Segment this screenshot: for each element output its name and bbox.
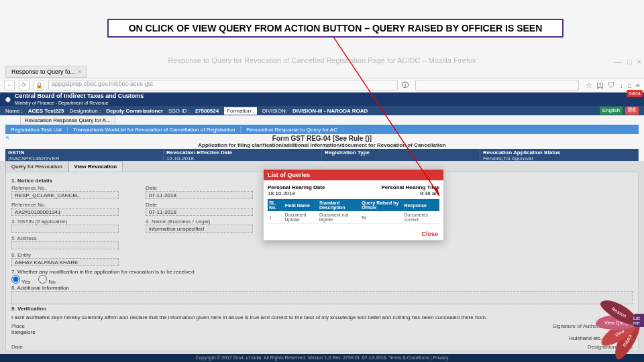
- list-of-queries-modal: List of Queries Personal Hearing Date18-…: [263, 169, 444, 241]
- lang-hindi[interactable]: हिंदी: [625, 107, 639, 115]
- search-input[interactable]: [415, 80, 579, 90]
- home-icon[interactable]: ⌂: [627, 81, 632, 90]
- site-subtitle: Ministry of Finance - Department of Reve…: [15, 101, 108, 105]
- url-bar: ← ⟳ 🔒 appgstprep.cbec.gov.in/cbec-aces-g…: [0, 78, 644, 93]
- cell-query: fix: [360, 211, 402, 224]
- desig-label: Designation :: [69, 108, 101, 114]
- info-strip: GSTIN24ACSPK1462GVER Revocation Effectiv…: [5, 149, 639, 161]
- window-title: Response to Query for Revocation of Canc…: [0, 56, 644, 64]
- phd-label: Personal Hearing Date: [268, 184, 325, 190]
- site-header: ◉ Central Board of Indirect Taxes and Cu…: [0, 93, 644, 106]
- tab-label: Response to Query fo...: [11, 68, 75, 75]
- cell-response: Documents correct: [403, 211, 439, 224]
- col-stddesc: Standard Description: [318, 199, 360, 211]
- col-slno: SL. No.: [268, 199, 284, 211]
- lock-icon: 🔒: [34, 80, 44, 90]
- queries-table: SL. No. Field Name Standard Description …: [268, 199, 439, 224]
- sso-label: SSO ID :: [168, 108, 190, 114]
- tab-close-icon[interactable]: ×: [78, 68, 81, 75]
- pht-value: 9:38 am: [420, 190, 439, 196]
- form-subtitle: Application for filing clarification/add…: [0, 142, 644, 148]
- browser-tab[interactable]: Response to Query fo... ×: [5, 66, 87, 78]
- gstin-label: GSTIN: [8, 149, 160, 156]
- site-title: Central Board of Indirect Taxes and Cust…: [15, 93, 144, 99]
- reader-icon[interactable]: ⓘ: [402, 80, 409, 90]
- star-icon[interactable]: ☆: [586, 81, 592, 90]
- breadcrumb-item[interactable]: Registration Task List: [5, 127, 68, 133]
- browser-tabbar: Response to Query fo... ×: [0, 66, 644, 78]
- name-value: ACES Test225: [28, 108, 64, 114]
- name-label: Name :: [5, 108, 23, 114]
- division-value: DIVISION-III - NARODA ROAD: [292, 108, 368, 114]
- col-response: Response: [403, 199, 439, 211]
- cell-slno: 1: [268, 211, 284, 224]
- form-title: Form GST REG-04 [See Rule ()]: [0, 135, 644, 142]
- notification-badge[interactable]: 5404: [627, 90, 643, 97]
- window-controls: — □ ×: [614, 58, 641, 66]
- toolbar-icons: ☆ 🕮 ⛉ ↓ ⌂ ≡: [586, 81, 640, 90]
- fan-toggle[interactable]: Let me: [633, 314, 644, 327]
- sso-value: 27500524: [195, 108, 219, 114]
- form-header: Form GST REG-04 [See Rule ()] Applicatio…: [0, 135, 644, 148]
- minimize-icon[interactable]: —: [614, 58, 622, 66]
- menu-icon[interactable]: ≡: [636, 81, 640, 90]
- breadcrumb-item[interactable]: Revocation Response to Query for AC: [241, 127, 343, 133]
- division-label: DIVISION:: [262, 108, 287, 114]
- cell-fieldname: Document Upload: [284, 211, 318, 224]
- emblem-icon: ◉: [5, 96, 11, 103]
- modal-title: List of Queries: [264, 170, 443, 180]
- cell-stddesc: Document not legible: [318, 211, 360, 224]
- back-button[interactable]: ←: [4, 80, 15, 90]
- desig-value: Deputy Commissioner: [106, 108, 163, 114]
- table-row: 1 Document Upload Document not legible f…: [268, 211, 439, 224]
- col-fieldname: Field Name: [284, 199, 318, 211]
- pht-label: Personal Hearing Time: [381, 184, 439, 190]
- library-icon[interactable]: 🕮: [596, 81, 604, 90]
- close-button[interactable]: Close: [421, 231, 438, 237]
- status-label: Revocation Application Status: [483, 149, 635, 156]
- shield-icon[interactable]: ⛉: [608, 81, 615, 90]
- phd-value: 18-10-2018: [268, 190, 295, 196]
- breadcrumb-item[interactable]: Transactions WorkList for Revocation of …: [68, 127, 241, 133]
- breadcrumb: Registration Task List Transactions Work…: [5, 125, 639, 134]
- download-icon[interactable]: ↓: [619, 81, 623, 90]
- workspace-tab[interactable]: Revocation Response Query for A...: [20, 115, 115, 125]
- lang-english[interactable]: English: [600, 107, 623, 115]
- annotation-callout: ON CLICK OF VIEW QUERY FROM ACTION BUTTO…: [107, 19, 564, 38]
- close-window-icon[interactable]: ×: [637, 58, 641, 66]
- maximize-icon[interactable]: □: [627, 58, 632, 66]
- formation-chip: Formation :: [224, 107, 256, 115]
- regtype-label: Registration Type: [325, 149, 477, 156]
- col-query: Query Raised by Officer: [360, 199, 402, 211]
- address-input[interactable]: appgstprep.cbec.gov.in/cbec-aces-gst: [48, 80, 398, 90]
- radial-action-menu: Reject View View Query Reason Let me: [570, 290, 644, 350]
- eff-date-label: Revocation Effective Date: [166, 149, 319, 156]
- user-bar: Name : ACES Test225 Designation : Deputy…: [0, 106, 644, 115]
- reload-button[interactable]: ⟳: [19, 80, 30, 90]
